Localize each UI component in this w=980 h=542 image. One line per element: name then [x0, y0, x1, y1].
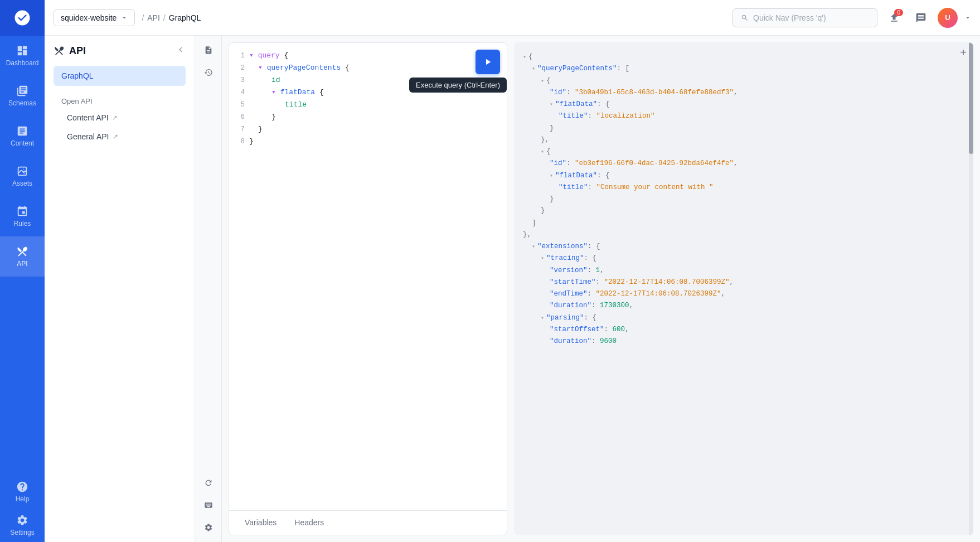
result-panel: + ▾{ ▾"queryPageContents": [ ▾{ "id": "3…	[514, 42, 973, 535]
code-line-8: 8 }	[236, 136, 500, 148]
docs-button[interactable]	[198, 40, 219, 60]
result-code: ▾{ ▾"queryPageContents": [ ▾{ "id": "3b0…	[514, 42, 973, 356]
sidebar-item-dashboard[interactable]: Dashboard	[0, 36, 45, 76]
sidebar-nav-content-api[interactable]: Content API ↗	[54, 109, 186, 127]
sidebar-collapse-button[interactable]	[176, 45, 186, 57]
history-button[interactable]	[198, 62, 219, 83]
sidebar-item-settings[interactable]: Settings	[0, 509, 45, 542]
app-name: squidex-website	[61, 13, 117, 22]
search-placeholder: Quick Nav (Press 'q')	[753, 13, 826, 22]
sidebar-item-help[interactable]: Help	[0, 475, 45, 509]
app-logo[interactable]	[0, 0, 45, 36]
user-avatar[interactable]: U	[938, 8, 958, 28]
api-sidebar-title: API	[54, 45, 86, 57]
external-link-icon: ↗	[113, 133, 118, 141]
topbar: squidex-website / API / GraphQL Quick Na…	[45, 0, 980, 36]
code-line-7: 7 }	[236, 123, 500, 136]
refresh-button[interactable]	[198, 473, 219, 493]
query-editor-tabs: Variables Headers	[229, 510, 507, 535]
quick-nav-search[interactable]: Quick Nav (Press 'q')	[732, 8, 877, 27]
api-sidebar: API GraphQL Open API Content API ↗ Gene	[45, 36, 195, 542]
breadcrumb: / API / GraphQL	[142, 13, 201, 22]
tab-headers[interactable]: Headers	[285, 514, 333, 533]
upload-button[interactable]: 0	[884, 8, 904, 28]
notification-badge: 0	[894, 9, 903, 16]
scrollbar-thumb[interactable]	[969, 42, 973, 154]
gear-button[interactable]	[198, 517, 219, 538]
scrollbar-track[interactable]	[969, 42, 973, 535]
external-link-icon: ↗	[112, 114, 118, 122]
tab-variables[interactable]: Variables	[236, 514, 285, 533]
query-editor: 1 ▾ query { 2 ▾ queryPageContents { 3 id	[229, 42, 507, 535]
sidebar-item-api[interactable]: API	[0, 236, 45, 277]
sidebar-item-content[interactable]: Content	[0, 116, 45, 156]
sidebar-item-assets[interactable]: Assets	[0, 156, 45, 196]
query-editor-body[interactable]: 1 ▾ query { 2 ▾ queryPageContents { 3 id	[229, 43, 507, 510]
sidebar-nav-graphql[interactable]: GraphQL	[54, 66, 186, 86]
execute-query-button[interactable]	[476, 50, 500, 74]
main-sidebar: Dashboard Schemas Content Assets Rules A…	[0, 0, 45, 542]
shortcuts-button[interactable]	[198, 495, 219, 515]
messages-button[interactable]	[911, 8, 931, 28]
sidebar-item-schemas[interactable]: Schemas	[0, 76, 45, 116]
code-line-5: 5 title	[236, 99, 500, 111]
execute-tooltip: Execute query (Ctrl-Enter)	[409, 78, 507, 93]
code-line-2: 2 ▾ queryPageContents {	[236, 62, 500, 74]
avatar-chevron[interactable]	[964, 14, 971, 21]
code-line-1: 1 ▾ query {	[236, 50, 500, 62]
sidebar-item-rules[interactable]: Rules	[0, 196, 45, 236]
open-api-section-label: Open API	[54, 94, 186, 109]
tool-panel	[195, 36, 222, 542]
code-line-6: 6 }	[236, 111, 500, 123]
graphql-area: 1 ▾ query { 2 ▾ queryPageContents { 3 id	[222, 36, 980, 542]
app-selector[interactable]: squidex-website	[54, 9, 135, 26]
sidebar-nav-general-api[interactable]: General API ↗	[54, 128, 186, 146]
